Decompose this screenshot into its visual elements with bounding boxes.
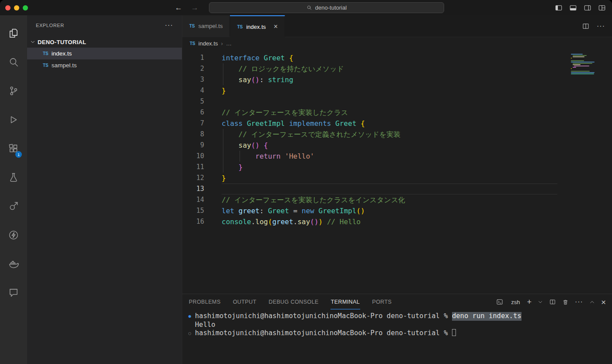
token: implements [289,119,335,128]
editor-more-actions-icon[interactable]: ··· [597,23,605,30]
command-center-search[interactable]: deno-tutorial [209,2,444,13]
vscode-window: ← → deno-tutorial [0,0,612,364]
source-control-activity-icon[interactable] [0,76,27,105]
toggle-secondary-sidebar-icon[interactable] [584,4,591,12]
code-line[interactable]: 13 [182,184,557,194]
token: Greet [268,207,289,215]
panel-more-actions-icon[interactable]: ··· [575,298,583,305]
file-name: sampel.ts [52,62,77,69]
docker-activity-icon[interactable] [0,250,27,278]
toggle-panel-icon[interactable] [569,4,577,12]
code-line[interactable]: 9 say() { [182,140,557,151]
panel-tab-output[interactable]: OUTPUT [233,295,257,309]
indent-guide [223,162,223,173]
code-line[interactable]: 14// インターフェースを実装したクラスをインスタンス化 [182,194,557,205]
code-line[interactable]: 2 // ロジックを持たないメソッド [182,63,557,74]
ts-file-icon: TS [190,41,195,46]
testing-activity-icon[interactable] [0,163,27,192]
indent-guide [223,74,223,85]
explorer-folder-row[interactable]: DENO-TUTORIAL [27,36,182,48]
terminal-line: ○hashimotojunichi@hashimotojunichinoMacB… [188,329,612,338]
toggle-primary-sidebar-icon[interactable] [555,4,563,12]
token: () [356,207,365,215]
code-line[interactable]: 10 return 'Hello' [182,151,557,162]
code-editor[interactable]: 1interface Greet {2 // ロジックを持たないメソッド3 sa… [182,49,612,294]
search-activity-icon[interactable] [0,48,27,76]
code-text [222,96,557,107]
new-terminal-icon[interactable]: + [527,298,532,306]
close-window-button[interactable] [5,5,10,10]
explorer-file-sampel.ts[interactable]: TSsampel.ts [27,59,182,71]
panel-tab-terminal[interactable]: TERMINAL [330,295,360,309]
close-tab-icon[interactable]: × [274,23,278,30]
breadcrumb-separator-icon: › [221,40,223,47]
navigate-forward-icon[interactable]: → [191,3,198,12]
maximize-panel-chevron-icon[interactable] [589,299,595,305]
line-number: 4 [182,85,204,96]
token: say [239,141,251,149]
code-text: // インターフェースを実装したクラスをインスタンス化 [222,194,557,205]
code-line[interactable]: 4} [182,85,557,96]
token: string [268,76,293,84]
panel-tab-list: PROBLEMSOUTPUTDEBUG CONSOLETERMINALPORTS [188,295,392,309]
code-line[interactable]: 12} [182,173,557,184]
token: } [239,163,243,171]
kill-terminal-trash-icon[interactable] [562,299,569,305]
code-lines: 1interface Greet {2 // ロジックを持たないメソッド3 sa… [182,52,612,227]
minimap[interactable] [571,54,605,75]
token: { [361,119,365,128]
code-line[interactable]: 11 } [182,162,557,173]
lightning-activity-icon[interactable] [0,221,27,250]
explorer-file-index.ts[interactable]: TSindex.ts [27,48,182,59]
minimize-window-button[interactable] [14,5,19,10]
launch-profile-chevron-icon[interactable] [538,299,543,305]
extensions-badge: 1 [15,151,22,158]
breadcrumb[interactable]: TS index.ts › … [182,37,612,49]
zoom-window-button[interactable] [23,5,28,10]
split-editor-icon[interactable] [582,22,590,30]
extensions-activity-icon[interactable]: 1 [0,134,27,163]
code-line[interactable]: 7class GreetImpl implements Greet { [182,118,557,129]
panel-tab-ports[interactable]: PORTS [372,295,392,309]
line-number: 5 [182,96,204,107]
code-line[interactable]: 3 say(): string [182,74,557,85]
code-text: return 'Hello' [222,151,557,162]
terminal-shell-label[interactable]: zsh [511,299,520,305]
chat-activity-icon[interactable] [0,278,27,307]
window-controls [0,5,28,10]
editor-tab-index.ts[interactable]: TSindex.ts× [230,15,285,37]
code-text: say(): string [222,74,557,85]
split-terminal-icon[interactable] [549,298,556,305]
line-number: 7 [182,118,204,129]
code-line[interactable]: 16console.log(greet.say()) // Hello [182,216,557,227]
code-line[interactable]: 1interface Greet { [182,52,557,63]
code-text: } [222,85,557,96]
ts-file-icon: TS [189,24,195,28]
close-panel-icon[interactable]: × [601,298,606,306]
code-line[interactable]: 6// インターフェースを実装したクラス [182,107,557,118]
breadcrumb-file: index.ts [198,40,218,47]
code-line[interactable]: 8 // インターフェースで定義されたメソッドを実装 [182,129,557,140]
token: GreetImpl [247,119,289,128]
explorer-activity-icon[interactable] [0,19,27,48]
terminal-output[interactable]: ●hashimotojunichi@hashimotojunichinoMacB… [182,310,612,364]
token: say [297,218,310,226]
panel-tab-debug-console[interactable]: DEBUG CONSOLE [268,295,319,309]
panel-tab-problems[interactable]: PROBLEMS [188,295,221,309]
explorer-file-list: TSindex.tsTSsampel.ts [27,48,182,71]
line-number: 10 [182,151,204,162]
token: Greet [264,54,289,62]
token: () [251,76,259,84]
explorer-more-actions-icon[interactable]: ··· [165,22,173,29]
token: () [310,218,318,226]
code-text: } [222,173,557,184]
line-number: 8 [182,129,204,140]
code-line[interactable]: 15let greet: Greet = new GreetImpl() [182,205,557,216]
customize-layout-icon[interactable] [598,4,606,12]
token: ) [319,218,323,226]
code-line[interactable]: 5 [182,96,557,107]
editor-tab-sampel.ts[interactable]: TSsampel.ts [182,15,230,37]
live-share-activity-icon[interactable] [0,192,27,221]
navigate-back-icon[interactable]: ← [175,3,182,12]
run-debug-activity-icon[interactable] [0,105,27,134]
